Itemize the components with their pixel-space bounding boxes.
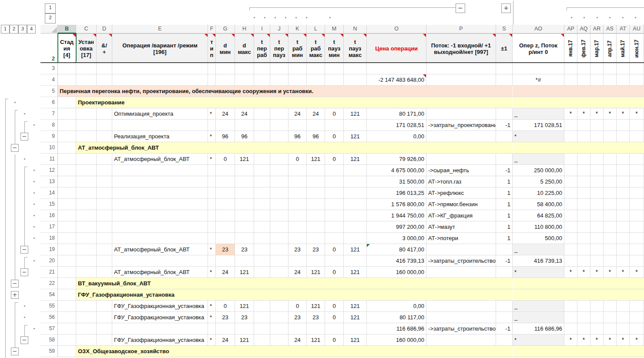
cell-AU11[interactable] [630,154,644,165]
column-header-O[interactable]: O [367,25,426,33]
cell-AP13[interactable] [564,176,577,187]
cell-AP16[interactable] [564,210,577,221]
header-cell-F[interactable]: т и п [208,33,216,63]
cell-AP21[interactable]: * [564,267,577,278]
cell-AT21[interactable]: * [617,267,630,278]
cell-D17[interactable] [97,221,112,233]
cell-P3[interactable] [426,63,496,74]
cell-F9[interactable]: * [208,131,216,142]
cell-F17[interactable] [208,221,216,233]
cell-F21[interactable]: * [208,267,216,278]
cell-AR20[interactable] [590,255,604,267]
collapse-group-button-row-22[interactable]: − [11,280,19,288]
cell-K17[interactable] [288,221,307,233]
cell-AU20[interactable] [630,255,644,267]
cell-K15[interactable] [288,199,307,210]
cell-AQ58[interactable]: * [577,335,590,346]
cell-AU3[interactable] [630,63,644,74]
cell-F7[interactable]: * [208,108,216,120]
cell-F15[interactable] [208,199,216,210]
cell-K57[interactable] [288,323,307,335]
cell-AQ19[interactable] [577,244,590,255]
cell-B16[interactable] [58,210,76,221]
cell-P14[interactable]: АТ->рефлюкс [426,187,496,199]
cell-D11[interactable] [97,154,112,165]
cell-H4[interactable] [235,74,254,86]
cell-B15[interactable] [58,199,76,210]
cell-AQ56[interactable] [577,312,590,323]
column-header-E[interactable]: E [112,25,208,33]
header-cell-AQ[interactable]: фев.17 [577,33,590,63]
cell-AO16[interactable]: 64 825,00 [513,210,564,221]
cell-AT9[interactable] [617,131,630,142]
cell-C18[interactable] [76,233,97,244]
cell-O55[interactable]: 0,00 [367,301,426,312]
header-cell-P[interactable]: Поток: -1 входной/ +1 выходной/нет [997] [426,33,496,63]
column-header-G[interactable]: G [216,25,235,33]
cell-N58[interactable]: 121 [344,335,367,346]
cell-C57[interactable] [76,323,97,335]
cell-B7[interactable] [58,108,76,120]
cell-I16[interactable] [254,210,270,221]
cell-N3[interactable] [344,63,367,74]
cell-H20[interactable] [235,255,254,267]
cell-M18[interactable] [325,233,344,244]
cell-AR15[interactable] [590,199,604,210]
cell-S57[interactable]: -1 [496,323,513,335]
cell-H19[interactable]: 23 [235,244,254,255]
cell-F8[interactable] [208,120,216,131]
cell-AU13[interactable] [630,176,644,187]
cell-O12[interactable]: 4 675 000,00 [367,165,426,176]
cell-C13[interactable] [76,176,97,187]
cell-AT8[interactable] [617,120,630,131]
cell-B18[interactable] [58,233,76,244]
cell-C20[interactable] [76,255,97,267]
cell-B14[interactable] [58,187,76,199]
cell-B20[interactable] [58,255,76,267]
cell-S18[interactable]: 1 [496,233,513,244]
cell-AR4[interactable] [590,74,604,86]
cell-K21[interactable]: 24 [288,267,307,278]
cell-F11[interactable]: * [208,154,216,165]
cell-AO8[interactable]: 171 028,51 [513,120,564,131]
cell-F12[interactable] [208,165,216,176]
cell-O3[interactable] [367,63,426,74]
cell-S20[interactable]: -1 [496,255,513,267]
cell-G11[interactable]: 0 [216,154,235,165]
cell-AO17[interactable]: 110 800,00 [513,221,564,233]
cell-L55[interactable]: 121 [307,301,325,312]
cell-M3[interactable] [325,63,344,74]
cell-AP55[interactable] [564,301,577,312]
cell-B54[interactable] [58,289,76,301]
header-cell-M[interactable]: t пауз мин [325,33,344,63]
cell-E18[interactable] [112,233,208,244]
expand-group-button-columns[interactable]: + [501,3,511,13]
cell-G20[interactable] [216,255,235,267]
cell-M8[interactable] [325,120,344,131]
cell-C15[interactable] [76,199,97,210]
cell-M19[interactable]: 0 [325,244,344,255]
cell-AO9[interactable]: * [513,131,564,142]
cell-AP4[interactable] [564,74,577,86]
cell-N20[interactable] [344,255,367,267]
cell-AP3[interactable] [564,63,577,74]
cell-D58[interactable] [97,335,112,346]
cell-H11[interactable]: 121 [235,154,254,165]
cell-E17[interactable] [112,221,208,233]
cell-I14[interactable] [254,187,270,199]
cell-D16[interactable] [97,210,112,221]
cell-F16[interactable] [208,210,216,221]
column-header-P[interactable]: P [426,25,496,33]
cell-I18[interactable] [254,233,270,244]
cell-L20[interactable] [307,255,325,267]
cell-M17[interactable] [325,221,344,233]
cell-M4[interactable] [325,74,344,86]
cell-E7[interactable]: Оптимизация_проекта [112,108,208,120]
cell-J8[interactable] [270,120,288,131]
cell-J57[interactable] [270,323,288,335]
cell-AT20[interactable] [617,255,630,267]
cell-AS15[interactable] [604,199,617,210]
row-header-3[interactable]: 3 [40,63,58,74]
cell-N17[interactable] [344,221,367,233]
column-header-D[interactable]: D [97,25,112,33]
